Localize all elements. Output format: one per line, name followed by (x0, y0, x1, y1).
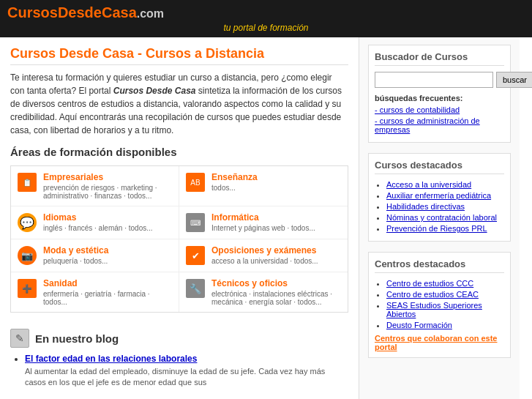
centro-link[interactable]: Centro de estudios CEAC (386, 290, 479, 299)
list-item: Auxiliar enfermería pediátrica (386, 191, 504, 200)
search-section: Buscador de Cursos buscar búsquedas frec… (368, 45, 511, 143)
cursos-destacados-section: Cursos destacados Acceso a la universida… (368, 153, 511, 242)
sanidad-subtitle: enfermería · geriatría · farmacia · todo… (43, 290, 173, 306)
informatica-link[interactable]: Informática (211, 212, 259, 223)
centros-list: Centro de estudios CCC Centro de estudio… (375, 279, 504, 329)
sanidad-icon: ➕ (17, 278, 37, 299)
blog-post-excerpt: Al aumentar la edad del empleado, dismin… (25, 366, 348, 389)
frequent-link-contabilidad[interactable]: - cursos de contabilidad (375, 105, 504, 114)
informatica-icon: ⌨ (185, 212, 206, 233)
area-sanidad: ➕ Sanidad enfermería · geriatría · farma… (11, 272, 179, 312)
header: CursosDesdeCasa.com tu portal de formaci… (0, 0, 532, 37)
page-title: Cursos Desde Casa - Cursos a Distancia (10, 46, 348, 65)
tecnicos-subtitle: electrónica · instalaciones eléctricas ·… (211, 290, 342, 306)
list-item: Prevención de Riesgos PRL (386, 224, 504, 233)
moda-icon: 📷 (17, 245, 37, 266)
tagline: tu portal de formación (7, 23, 525, 33)
area-ensenanza: AB Enseñanza todos... (179, 166, 348, 206)
site-logo[interactable]: CursosDesdeCasa.com (7, 4, 164, 21)
blog-section: ✎ En nuestro blog El factor edad en las … (10, 323, 348, 389)
area-informatica: ⌨ Informática Internet y páginas web · t… (179, 206, 348, 239)
logo-com: .com (137, 7, 164, 20)
moda-subtitle: peluquería · todos... (43, 257, 108, 265)
informatica-subtitle: Internet y páginas web · todos... (211, 224, 315, 232)
centro-link[interactable]: SEAS Estudios Superiores Abiertos (386, 301, 482, 318)
area-empresariales: 📋 Empresariales prevención de riesgos · … (11, 166, 179, 206)
main-layout: Cursos Desde Casa - Cursos a Distancia T… (0, 37, 532, 399)
empresariales-icon: 📋 (17, 172, 37, 193)
centro-link[interactable]: Centro de estudios CCC (386, 279, 473, 288)
destacado-link[interactable]: Nóminas y contratación laboral (386, 213, 497, 222)
empresariales-link[interactable]: Empresariales (43, 172, 103, 182)
oposiciones-icon: ✔ (185, 245, 206, 266)
cursos-destacados-title: Cursos destacados (375, 160, 504, 174)
search-section-title: Buscador de Cursos (375, 51, 504, 66)
oposiciones-link[interactable]: Oposiciones y exámenes (211, 245, 316, 256)
tecnicos-icon: 🔧 (185, 278, 206, 299)
destacado-link[interactable]: Acceso a la universidad (386, 180, 471, 189)
ensenanza-link[interactable]: Enseñanza (211, 172, 258, 182)
blog-list: El factor edad en las relaciones laboral… (10, 354, 348, 389)
list-item: Deusto Formación (386, 321, 504, 329)
moda-link[interactable]: Moda y estética (43, 245, 108, 256)
blog-title: En nuestro blog (35, 332, 119, 345)
idiomas-icon: 💬 (17, 212, 37, 233)
search-button[interactable]: buscar (496, 72, 532, 88)
idiomas-link[interactable]: Idiomas (43, 212, 76, 223)
centros-footer-link[interactable]: Centros que colaboran con este portal (375, 334, 504, 351)
destacado-link[interactable]: Habilidades directivas (386, 202, 465, 211)
logo-cursos: Cursos (7, 4, 58, 20)
area-oposiciones: ✔ Oposiciones y exámenes acceso a la uni… (179, 239, 348, 272)
intro-paragraph: Te interesa tu formación y quieres estud… (10, 71, 348, 137)
main-content: Cursos Desde Casa - Cursos a Distancia T… (0, 37, 359, 399)
sanidad-link[interactable]: Sanidad (43, 278, 78, 288)
search-input[interactable] (375, 72, 493, 88)
centro-link[interactable]: Deusto Formación (386, 321, 452, 329)
oposiciones-subtitle: acceso a la universidad · todos... (211, 257, 318, 265)
destacado-link[interactable]: Auxiliar enfermería pediátrica (386, 191, 491, 200)
ensenanza-subtitle: todos... (211, 184, 258, 192)
empresariales-subtitle: prevención de riesgos · marketing · admi… (43, 184, 173, 200)
blog-header: ✎ En nuestro blog (10, 329, 348, 348)
search-box: buscar (375, 72, 504, 88)
list-item: Nóminas y contratación laboral (386, 213, 504, 222)
list-item: Centro de estudios CEAC (386, 290, 504, 299)
blog-post-link[interactable]: El factor edad en las relaciones laboral… (25, 354, 197, 364)
list-item: Centro de estudios CCC (386, 279, 504, 288)
tecnicos-link[interactable]: Técnicos y oficios (211, 278, 288, 288)
area-moda: 📷 Moda y estética peluquería · todos... (11, 239, 179, 272)
ensenanza-icon: AB (185, 172, 206, 193)
cursos-destacados-list: Acceso a la universidad Auxiliar enferme… (375, 180, 504, 233)
destacado-link[interactable]: Prevención de Riesgos PRL (386, 224, 487, 233)
idiomas-subtitle: inglés · francés · alemán · todos... (43, 224, 153, 232)
frequent-link-administracion[interactable]: - cursos de administración de empresas (375, 116, 504, 134)
logo-casa: Casa (102, 4, 137, 20)
sidebar: Buscador de Cursos buscar búsquedas frec… (359, 37, 520, 399)
centros-section: Centros destacados Centro de estudios CC… (368, 252, 511, 358)
area-idiomas: 💬 Idiomas inglés · francés · alemán · to… (11, 206, 179, 239)
blog-icon: ✎ (10, 329, 29, 348)
centros-title: Centros destacados (375, 258, 504, 273)
list-item: SEAS Estudios Superiores Abiertos (386, 301, 504, 318)
areas-grid: 📋 Empresariales prevención de riesgos · … (10, 165, 348, 313)
areas-title: Áreas de formación disponibles (10, 146, 348, 158)
blog-list-item: El factor edad en las relaciones laboral… (25, 354, 348, 389)
list-item: Habilidades directivas (386, 202, 504, 211)
area-tecnicos: 🔧 Técnicos y oficios electrónica · insta… (179, 272, 348, 312)
list-item: Acceso a la universidad (386, 180, 504, 189)
frequent-searches-title: búsquedas frecuentes: (375, 94, 504, 102)
logo-desde: Desde (58, 4, 102, 20)
